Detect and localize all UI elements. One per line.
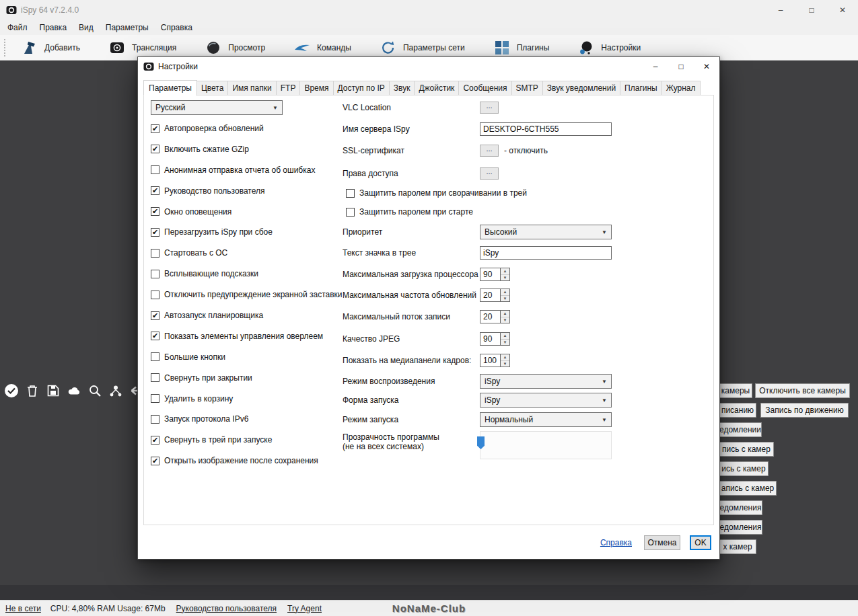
- try-agent-link[interactable]: Try Agent: [287, 604, 322, 613]
- jpeg-quality-spinner[interactable]: 90 ▲▼: [480, 332, 510, 346]
- toolbar-просмотр[interactable]: Просмотр: [205, 40, 265, 56]
- side-button-писанию[interactable]: писанию: [719, 403, 756, 418]
- tray-text-input[interactable]: [480, 246, 612, 260]
- dialog-minimize-button[interactable]: –: [643, 57, 668, 76]
- checkbox-icon[interactable]: [346, 208, 355, 217]
- priority-select[interactable]: Высокий ▼: [480, 225, 612, 239]
- checkbox-icon[interactable]: [151, 352, 159, 361]
- close-button[interactable]: ✕: [827, 0, 858, 20]
- checkbox-icon[interactable]: ✔: [151, 457, 159, 465]
- spin-up-icon[interactable]: ▲: [501, 354, 509, 361]
- slider-thumb[interactable]: [477, 436, 485, 449]
- toolbar-параметры-сети[interactable]: Параметры сети: [380, 40, 465, 56]
- option-стартовать-с-ос[interactable]: Стартовать с ОС: [151, 246, 341, 260]
- side-button-отключить-все-камеры[interactable]: Отключить все камеры: [755, 383, 850, 398]
- option-окно-оповещения[interactable]: ✔Окно оповещения: [151, 205, 341, 219]
- checkbox-icon[interactable]: ✔: [151, 332, 159, 340]
- option-password-protect-start[interactable]: Защитить паролем при старте: [346, 204, 720, 219]
- media-frames-spinner[interactable]: 100 ▲▼: [480, 354, 510, 367]
- tab-сообщения[interactable]: Сообщения: [458, 81, 511, 95]
- spin-up-icon[interactable]: ▲: [501, 289, 509, 296]
- option-перезагрузить-ispy-при-сбое[interactable]: ✔Перезагрузить iSpy при сбое: [151, 225, 341, 239]
- tab-имя-папки[interactable]: Имя папки: [227, 81, 276, 95]
- search-icon[interactable]: [87, 383, 102, 398]
- tab-звук[interactable]: Звук: [389, 81, 415, 95]
- spin-down-icon[interactable]: ▼: [501, 317, 509, 323]
- menu-правка[interactable]: Правка: [34, 22, 73, 34]
- option-открыть-изображение-после-сохранения[interactable]: ✔Открыть изображение после сохранения: [151, 454, 341, 467]
- toolbar-трансляция[interactable]: Трансляция: [108, 40, 176, 56]
- tab-параметры[interactable]: Параметры: [143, 80, 197, 96]
- menu-параметры[interactable]: Параметры: [100, 22, 155, 34]
- menu-вид[interactable]: Вид: [73, 22, 100, 34]
- max-stream-value[interactable]: 20: [480, 310, 500, 323]
- toolbar-плагины[interactable]: Плагины: [493, 40, 550, 56]
- max-cpu-value[interactable]: 90: [480, 268, 500, 281]
- menu-файл[interactable]: Файл: [1, 22, 34, 34]
- option-запуск-протокола-ipv6[interactable]: Запуск протокола IPv6: [151, 412, 341, 426]
- option-password-protect-tray[interactable]: Защитить паролем при сворачивании в трей: [346, 186, 720, 200]
- server-name-input[interactable]: [480, 122, 612, 136]
- option-отключить-предупреждение-экранной-заставки[interactable]: Отключить предупреждение экранной застав…: [151, 288, 341, 301]
- menu-справка[interactable]: Справка: [155, 22, 199, 34]
- max-refresh-spinner[interactable]: 20 ▲▼: [480, 288, 510, 302]
- checkbox-icon[interactable]: ✔: [151, 311, 159, 320]
- cancel-button[interactable]: Отмена: [644, 535, 680, 550]
- checkbox-icon[interactable]: ✔: [151, 145, 159, 153]
- option-включить-сжатие-gzip[interactable]: ✔Включить сжатие GZip: [151, 143, 341, 156]
- spin-down-icon[interactable]: ▼: [501, 296, 509, 302]
- side-button-едомлении[interactable]: едомлении: [719, 422, 762, 437]
- transparency-slider[interactable]: [480, 431, 612, 459]
- media-frames-value[interactable]: 100: [480, 354, 500, 367]
- toolbar-команды[interactable]: Команды: [293, 40, 351, 56]
- save-icon[interactable]: [46, 383, 61, 398]
- checkbox-icon[interactable]: [151, 270, 159, 278]
- toolbar-добавить[interactable]: Добавить: [21, 40, 80, 56]
- checkbox-icon[interactable]: ✔: [151, 228, 159, 237]
- user-guide-link[interactable]: Руководство пользователя: [176, 604, 277, 613]
- side-button-камеры[interactable]: камеры: [719, 383, 752, 398]
- spin-up-icon[interactable]: ▲: [501, 268, 509, 275]
- dialog-titlebar[interactable]: Настройки – □ ✕: [138, 57, 719, 76]
- checkbox-icon[interactable]: [151, 394, 159, 403]
- checkbox-icon[interactable]: ✔: [151, 186, 159, 195]
- side-button-едомления[interactable]: едомления: [719, 500, 762, 515]
- checkbox-icon[interactable]: [151, 415, 159, 424]
- option-свернуть-в-трей-при-запуске[interactable]: ✔Свернуть в трей при запуске: [151, 433, 341, 447]
- option-свернуть-при-закрытии[interactable]: Свернуть при закрытии: [151, 371, 341, 385]
- playback-mode-select[interactable]: iSpy ▼: [480, 374, 612, 389]
- cloud-icon[interactable]: [67, 383, 81, 398]
- tab-время[interactable]: Время: [299, 81, 333, 95]
- tab-доступ-по-ip[interactable]: Доступ по IP: [333, 81, 390, 95]
- side-button-ись-с-камер[interactable]: ись с камер: [719, 461, 768, 476]
- vlc-browse-button[interactable]: ...: [480, 102, 499, 114]
- spin-up-icon[interactable]: ▲: [501, 333, 509, 340]
- side-button-х-камер[interactable]: х камер: [719, 539, 756, 554]
- dialog-close-button[interactable]: ✕: [694, 57, 719, 76]
- spin-down-icon[interactable]: ▼: [501, 340, 509, 346]
- option-показать-элементы-управления-оверлеем[interactable]: ✔Показать элементы управления оверлеем: [151, 330, 341, 343]
- maximize-button[interactable]: □: [796, 0, 827, 20]
- jpeg-quality-value[interactable]: 90: [480, 332, 500, 346]
- startup-form-select[interactable]: iSpy ▼: [480, 393, 612, 408]
- trash-icon[interactable]: [25, 383, 40, 398]
- spin-down-icon[interactable]: ▼: [501, 275, 509, 281]
- toolbar-настройки[interactable]: Настройки: [577, 40, 641, 56]
- checkbox-icon[interactable]: ✔: [151, 207, 159, 216]
- checkbox-icon[interactable]: [151, 249, 159, 258]
- option-большие-кнопки[interactable]: Большие кнопки: [151, 350, 341, 364]
- option-удалить-в-корзину[interactable]: Удалить в корзину: [151, 392, 341, 406]
- language-select[interactable]: Русский ▼: [151, 100, 283, 115]
- minimize-button[interactable]: –: [765, 0, 796, 20]
- max-cpu-spinner[interactable]: 90 ▲▼: [480, 268, 510, 281]
- spin-down-icon[interactable]: ▼: [501, 361, 509, 367]
- ok-button[interactable]: OK: [690, 535, 711, 550]
- checkbox-icon[interactable]: ✔: [151, 436, 159, 445]
- checkbox-icon[interactable]: [151, 165, 159, 174]
- checkbox-icon[interactable]: [151, 373, 159, 382]
- checkbox-icon[interactable]: [151, 291, 159, 299]
- ssl-browse-button[interactable]: ...: [480, 145, 499, 157]
- option-автозапуск-планировщика[interactable]: ✔Автозапуск планировщика: [151, 309, 341, 322]
- max-refresh-value[interactable]: 20: [480, 288, 500, 302]
- option-автопроверка-обновлений[interactable]: ✔Автопроверка обновлений: [151, 122, 341, 135]
